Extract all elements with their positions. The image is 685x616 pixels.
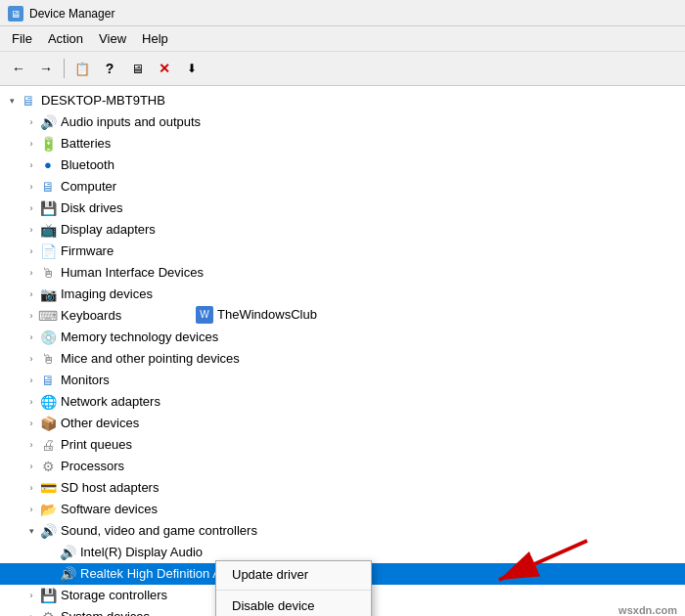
computer-label: Computer xyxy=(61,177,116,197)
hid-icon: 🖱 xyxy=(39,264,57,282)
memory-label: Memory technology devices xyxy=(61,328,218,347)
keyboards-expand-icon: › xyxy=(23,306,39,326)
mice-expand-icon: › xyxy=(23,349,39,369)
other-icon: 📦 xyxy=(39,415,57,432)
keyboards-label: Keyboards xyxy=(61,306,121,326)
menu-action[interactable]: Action xyxy=(40,28,91,49)
firmware-label: Firmware xyxy=(61,242,114,261)
properties-button[interactable]: 📋 xyxy=(69,56,95,81)
disk-icon: 💾 xyxy=(39,199,57,217)
context-menu-disable-device[interactable]: Disable device xyxy=(216,593,371,616)
tree-view[interactable]: ▾ 🖥 DESKTOP-MBT9THB › 🔊 Audio inputs and… xyxy=(0,86,685,616)
tree-item-display[interactable]: › 📺 Display adapters xyxy=(0,219,685,241)
annotation-icon: W xyxy=(196,306,213,324)
batteries-icon: 🔋 xyxy=(39,135,57,153)
tree-item-network[interactable]: › 🌐 Network adapters xyxy=(0,391,685,413)
print-expand-icon: › xyxy=(23,435,39,455)
tree-item-mice[interactable]: › 🖱 Mice and other pointing devices xyxy=(0,348,685,370)
tree-item-software[interactable]: › 📂 Software devices xyxy=(0,499,685,520)
menu-view[interactable]: View xyxy=(91,28,134,49)
root-label: DESKTOP-MBT9THB xyxy=(41,91,165,110)
batteries-expand-icon: › xyxy=(23,134,39,154)
processors-icon: ⚙ xyxy=(39,458,57,475)
display-label: Display adapters xyxy=(61,220,156,240)
tree-item-batteries[interactable]: › 🔋 Batteries xyxy=(0,133,685,154)
context-menu[interactable]: Update driver Disable device xyxy=(215,560,372,616)
scan-button[interactable]: 🖥 xyxy=(124,56,150,81)
hid-expand-icon: › xyxy=(23,263,39,283)
sdhost-icon: 💳 xyxy=(39,479,57,497)
firmware-icon: 📄 xyxy=(39,242,57,260)
system-expand-icon: › xyxy=(23,607,39,616)
tree-item-sound[interactable]: ▾ 🔊 Sound, video and game controllers xyxy=(0,520,685,542)
sound-label: Sound, video and game controllers xyxy=(61,521,257,541)
forward-button[interactable]: → xyxy=(33,56,59,81)
storage-label: Storage controllers xyxy=(61,586,167,605)
network-expand-icon: › xyxy=(23,392,39,412)
software-label: Software devices xyxy=(61,500,158,519)
tree-item-audio[interactable]: › 🔊 Audio inputs and outputs xyxy=(0,111,685,133)
monitors-expand-icon: › xyxy=(23,371,39,390)
root-expand-icon: ▾ xyxy=(4,91,20,110)
monitors-label: Monitors xyxy=(61,371,110,390)
context-menu-update-driver[interactable]: Update driver xyxy=(216,561,371,588)
context-menu-separator xyxy=(216,590,371,591)
hid-label: Human Interface Devices xyxy=(61,263,204,283)
system-label: System devices xyxy=(61,607,150,616)
app-icon: 🖥 xyxy=(8,6,23,22)
tree-item-sdhost[interactable]: › 💳 SD host adapters xyxy=(0,477,685,499)
intel-audio-expand-icon xyxy=(43,543,59,562)
tree-item-other[interactable]: › 📦 Other devices xyxy=(0,413,685,434)
display-icon: 📺 xyxy=(39,221,57,239)
storage-expand-icon: › xyxy=(23,586,39,605)
tree-item-bluetooth[interactable]: › ● Bluetooth xyxy=(0,154,685,176)
firmware-expand-icon: › xyxy=(23,242,39,261)
software-expand-icon: › xyxy=(23,500,39,519)
tree-item-monitors[interactable]: › 🖥 Monitors xyxy=(0,370,685,391)
network-label: Network adapters xyxy=(61,392,160,412)
computer-icon: 🖥 xyxy=(39,178,57,196)
window-title: Device Manager xyxy=(29,7,114,21)
remove-button[interactable]: ✕ xyxy=(152,56,177,81)
software-icon: 📂 xyxy=(39,501,57,518)
realtek-icon: 🔊 xyxy=(59,565,76,583)
tree-item-memory[interactable]: › 💿 Memory technology devices xyxy=(0,327,685,348)
disk-label: Disk drives xyxy=(61,198,123,218)
sound-icon: 🔊 xyxy=(39,522,57,540)
bluetooth-icon: ● xyxy=(39,156,57,174)
tree-root[interactable]: ▾ 🖥 DESKTOP-MBT9THB xyxy=(0,90,685,111)
system-icon: ⚙ xyxy=(39,608,57,616)
tree-item-keyboards[interactable]: › ⌨ Keyboards W TheWindowsClub xyxy=(0,305,685,327)
disk-expand-icon: › xyxy=(23,198,39,218)
tree-item-hid[interactable]: › 🖱 Human Interface Devices xyxy=(0,262,685,284)
mice-label: Mice and other pointing devices xyxy=(61,349,240,369)
other-label: Other devices xyxy=(61,414,139,433)
help-button[interactable]: ? xyxy=(97,56,122,81)
batteries-label: Batteries xyxy=(61,134,111,154)
main-window: ▾ 🖥 DESKTOP-MBT9THB › 🔊 Audio inputs and… xyxy=(0,86,685,616)
menu-file[interactable]: File xyxy=(4,28,40,49)
toolbar: ← → 📋 ? 🖥 ✕ ⬇ xyxy=(0,52,685,86)
tree-item-disk[interactable]: › 💾 Disk drives xyxy=(0,198,685,219)
back-button[interactable]: ← xyxy=(6,56,31,81)
network-icon: 🌐 xyxy=(39,393,57,411)
tree-item-firmware[interactable]: › 📄 Firmware xyxy=(0,241,685,262)
menu-bar: File Action View Help xyxy=(0,26,685,52)
watermark: wsxdn.com xyxy=(618,604,677,616)
processors-expand-icon: › xyxy=(23,457,39,476)
memory-icon: 💿 xyxy=(39,329,57,346)
display-expand-icon: › xyxy=(23,220,39,240)
keyboards-icon: ⌨ xyxy=(39,307,57,325)
intel-audio-label: Intel(R) Display Audio xyxy=(80,543,203,562)
tree-item-imaging[interactable]: › 📷 Imaging devices xyxy=(0,284,685,305)
tree-item-print[interactable]: › 🖨 Print queues xyxy=(0,434,685,456)
update-button[interactable]: ⬇ xyxy=(179,56,205,81)
tree-item-processors[interactable]: › ⚙ Processors xyxy=(0,456,685,477)
menu-help[interactable]: Help xyxy=(134,28,176,49)
toolbar-sep-1 xyxy=(64,59,65,78)
annotation-label: TheWindowsClub xyxy=(217,305,317,325)
sound-expand-icon: ▾ xyxy=(23,521,39,541)
mice-icon: 🖱 xyxy=(39,350,57,368)
tree-item-computer[interactable]: › 🖥 Computer xyxy=(0,176,685,198)
imaging-icon: 📷 xyxy=(39,286,57,303)
